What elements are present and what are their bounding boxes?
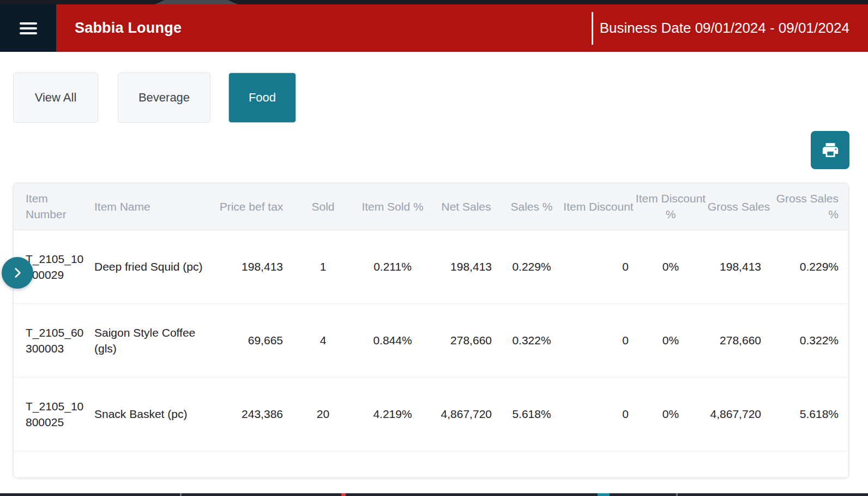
cell-price-bef-tax: 69,665 [211,303,292,377]
taskbar-edge [0,493,868,496]
cell-sold: 1 [292,230,354,303]
cell-item-discount-pct [635,451,706,478]
filter-beverage-button[interactable]: Beverage [118,73,210,123]
taskbar-teal-indicator [598,493,610,496]
app-header: Sabbia Lounge Business Date 09/01/2024 -… [0,4,868,52]
cell-item-number: T_2105_60 300003 [14,303,82,377]
column-header-item-sold-pct: Item Sold % [354,183,431,230]
cell-item-sold-pct [354,451,431,478]
hamburger-menu-icon [20,20,37,37]
cell-item-sold-pct: 0.844% [354,303,431,377]
chevron-right-icon [10,266,25,280]
cell-item-number: T_2105_10 800025 [14,377,82,451]
cell-gross-sales-pct: 5.618% [771,377,848,451]
cell-item-discount-pct: 0% [635,377,706,451]
cell-gross-sales-pct [771,451,848,478]
table-row[interactable]: T_2105_10 800025 Snack Basket (pc) 243,3… [14,377,848,451]
column-header-item-name: Item Name [82,183,211,230]
filter-view-all-button[interactable]: View All [13,73,98,123]
sales-report-table: Item Number Item Name Price bef tax Sold… [14,183,848,478]
column-header-gross-sales: Gross Sales [706,183,771,230]
cell-item-number: S_0000_11 [14,451,82,478]
column-header-price-bef-tax: Price bef tax [211,183,292,230]
cell-item-discount-pct: 0% [635,303,706,377]
cell-item-discount: 0 [562,377,635,451]
cell-item-name: Saigon Style Coffee (gls) [82,303,211,377]
table-row[interactable]: S_0000_11 [14,451,848,478]
cell-item-sold-pct: 0.211% [354,230,431,303]
expand-row-button[interactable] [2,257,33,289]
column-header-item-discount-pct: Item Discount % [635,183,706,230]
window-top-strip [0,0,868,4]
filter-food-button[interactable]: Food [228,73,296,123]
table-row[interactable]: T_2105_10 800029 Deep fried Squid (pc) 1… [14,230,848,303]
business-date-group[interactable]: Business Date 09/01/2024 - 09/01/2024 [592,4,868,52]
cell-item-name: Snack Basket (pc) [82,377,211,451]
cell-sold: 4 [292,303,354,377]
column-header-item-discount: Item Discount [562,183,635,230]
cell-item-discount-pct: 0% [635,230,706,303]
cell-item-name [82,451,211,478]
taskbar-red-indicator [341,493,346,496]
cell-price-bef-tax: 243,386 [211,377,292,451]
cell-gross-sales-pct: 0.322% [771,303,848,377]
column-header-sales-pct: Sales % [502,183,562,230]
cell-sales-pct: 0.229% [502,230,562,303]
cell-item-discount: 0 [562,303,635,377]
taskbar-divider [676,493,678,496]
cell-sales-pct: 5.618% [502,377,562,451]
cell-item-name: Deep fried Squid (pc) [82,230,211,303]
menu-button[interactable] [0,4,56,52]
cell-net-sales: 278,660 [431,303,502,377]
cell-gross-sales-pct: 0.229% [771,230,848,303]
cell-gross-sales: 278,660 [706,303,771,377]
cell-item-discount [562,451,635,478]
cell-gross-sales [706,451,771,478]
cell-sales-pct: 0.322% [502,303,562,377]
sales-report-card: Item Number Item Name Price bef tax Sold… [13,183,849,478]
header-divider [592,12,593,45]
table-row[interactable]: T_2105_60 300003 Saigon Style Coffee (gl… [14,303,848,377]
cell-sold [292,451,354,478]
cell-gross-sales: 198,413 [706,230,771,303]
column-header-sold: Sold [292,183,354,230]
business-date-label: Business Date 09/01/2024 - 09/01/2024 [600,20,849,37]
cell-item-discount: 0 [562,230,635,303]
window-tab-shape [155,0,238,4]
cell-net-sales: 198,413 [431,230,502,303]
taskbar-divider [180,493,182,496]
print-button[interactable] [811,131,849,169]
cell-gross-sales: 4,867,720 [706,377,771,451]
printer-icon [821,141,840,159]
table-header-row: Item Number Item Name Price bef tax Sold… [14,183,848,230]
column-header-gross-sales-pct: Gross Sales % [771,183,848,230]
cell-net-sales: 4,867,720 [431,377,502,451]
cell-item-sold-pct: 4.219% [354,377,431,451]
page-title: Sabbia Lounge [75,20,182,37]
cell-price-bef-tax [211,451,292,478]
cell-sold: 20 [292,377,354,451]
category-filter-bar: View All Beverage Food [0,73,868,123]
cell-price-bef-tax: 198,413 [211,230,292,303]
cell-sales-pct [502,451,562,478]
column-header-item-number: Item Number [14,183,82,230]
cell-net-sales [431,451,502,478]
column-header-net-sales: Net Sales [431,183,502,230]
